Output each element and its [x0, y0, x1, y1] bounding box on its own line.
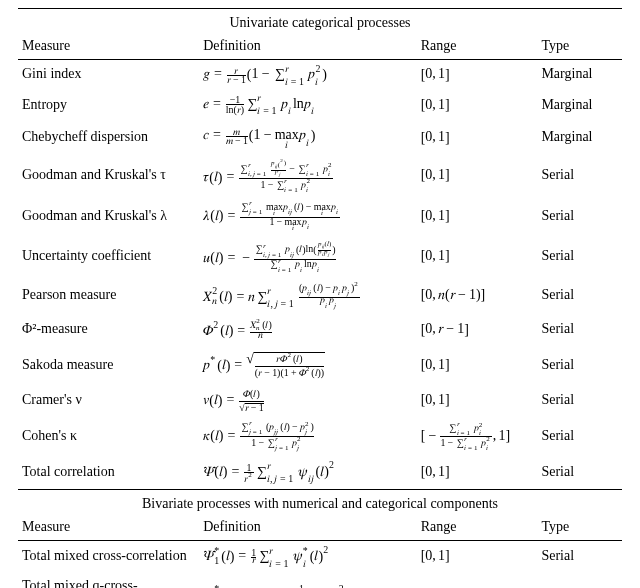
col-type: Type: [537, 516, 622, 541]
measure-type: Serial: [537, 572, 622, 588]
measure-name: Total mixed q-cross-correlation: [18, 572, 199, 588]
measure-def: κ(l)= ∑j=1r(pjj(l)−pj2) 1−∑j=1rpj2: [199, 417, 416, 457]
measure-type: Serial: [537, 540, 622, 571]
measure-range: [0,1]: [417, 197, 538, 236]
measure-range: [0,1]: [417, 384, 538, 416]
table-row: Entropy e=−1ln(r)∑i=1rpiln⁡pi [0,1] Marg…: [18, 90, 622, 122]
measure-range: [0,1]: [417, 154, 538, 197]
measure-name: Cramer's ν: [18, 384, 199, 416]
measure-name: Uncertainty coefficient: [18, 236, 199, 277]
measure-def: v(l)=Φ(l)r−1: [199, 384, 416, 416]
measure-type: Serial: [537, 346, 622, 384]
measure-def: Χn2(l)=n∑i,j=1r(pij(l)−pipj)2pipj: [199, 277, 416, 314]
measure-range: [0,1]: [417, 572, 538, 588]
measure-name: Chebycheff dispersion: [18, 121, 199, 154]
measure-def: Ψ2*(l)=1r∑i=1r∫01ψiρ(l)2dρ: [199, 572, 416, 588]
measure-def: Ψ(l)=1r2∑i,j=1rψij(l)2: [199, 456, 416, 489]
measure-type: Marginal: [537, 90, 622, 122]
col-type: Type: [537, 35, 622, 60]
table-row: Gini index g=rr−1(1−∑i=1rpi2) [0,1] Marg…: [18, 60, 622, 90]
measures-table: Univariate categorical processes Measure…: [18, 8, 622, 588]
measure-name: Gini index: [18, 60, 199, 90]
col-range: Range: [417, 516, 538, 541]
col-definition: Definition: [199, 516, 416, 541]
measure-name: Goodman and Kruskal's τ: [18, 154, 199, 197]
section-bivariate: Bivariate processes with numerical and c…: [18, 489, 622, 516]
measure-range: [0,1]: [417, 121, 538, 154]
measure-def: Ψ1*(l)=1r∑i=1rψi*(l)2: [199, 540, 416, 571]
measure-def: u(l)=− ∑i,j=1rpij(l)ln(pij(l)pipj) ∑i=1r…: [199, 236, 416, 277]
measure-def: Φ2(l)=Χn2(l)n: [199, 314, 416, 346]
measure-name: Sakoda measure: [18, 346, 199, 384]
measure-def: p*(l)=rΦ2(l)(r−1)(1+Φ2(l)): [199, 346, 416, 384]
table-row: Chebycheff dispersion c=mm−1(1−maxipi) […: [18, 121, 622, 154]
measure-name: Total mixed cross-correlation: [18, 540, 199, 571]
measure-def: e=−1ln(r)∑i=1rpiln⁡pi: [199, 90, 416, 122]
table-row: Total mixed q-cross-correlation Ψ2*(l)=1…: [18, 572, 622, 588]
col-range: Range: [417, 35, 538, 60]
measure-type: Serial: [537, 236, 622, 277]
section-univariate: Univariate categorical processes: [18, 9, 622, 36]
measure-name: Φ²-measure: [18, 314, 199, 346]
measure-range: [0,1]: [417, 346, 538, 384]
table-row: Total correlation Ψ(l)=1r2∑i,j=1rψij(l)2…: [18, 456, 622, 489]
table-row: Goodman and Kruskal's λ λ(l)= ∑j=1rmaxip…: [18, 197, 622, 236]
measure-def: c=mm−1(1−maxipi): [199, 121, 416, 154]
table-row: Φ²-measure Φ2(l)=Χn2(l)n [0,r−1] Serial: [18, 314, 622, 346]
table-row: Goodman and Kruskal's τ τ(l)= ∑i,j=1rpij…: [18, 154, 622, 197]
measure-range: [−∑i=1rpi21−∑i=1rpi2,1]: [417, 417, 538, 457]
measure-def: g=rr−1(1−∑i=1rpi2): [199, 60, 416, 90]
table-row: Uncertainty coefficient u(l)=− ∑i,j=1rpi…: [18, 236, 622, 277]
measure-type: Serial: [537, 456, 622, 489]
measure-range: [0,1]: [417, 540, 538, 571]
measure-type: Serial: [537, 384, 622, 416]
col-definition: Definition: [199, 35, 416, 60]
measure-name: Cohen's κ: [18, 417, 199, 457]
measure-name: Total correlation: [18, 456, 199, 489]
table-row: Cramer's ν v(l)=Φ(l)r−1 [0,1] Serial: [18, 384, 622, 416]
measure-type: Serial: [537, 277, 622, 314]
table-row: Sakoda measure p*(l)=rΦ2(l)(r−1)(1+Φ2(l)…: [18, 346, 622, 384]
col-measure: Measure: [18, 516, 199, 541]
measure-range: [0,1]: [417, 60, 538, 90]
measure-range: [0,1]: [417, 236, 538, 277]
measure-range: [0,n(r−1)]: [417, 277, 538, 314]
table-row: Cohen's κ κ(l)= ∑j=1r(pjj(l)−pj2) 1−∑j=1…: [18, 417, 622, 457]
col-measure: Measure: [18, 35, 199, 60]
measure-def: τ(l)= ∑i,j=1rpij(2)pj−∑i=1rpi2 1−∑i=1rpi…: [199, 154, 416, 197]
measure-def: λ(l)= ∑j=1rmaxipij(l)−maxipi 1−maxipi: [199, 197, 416, 236]
table-row: Pearson measure Χn2(l)=n∑i,j=1r(pij(l)−p…: [18, 277, 622, 314]
table-row: Total mixed cross-correlation Ψ1*(l)=1r∑…: [18, 540, 622, 571]
measure-range: [0,1]: [417, 90, 538, 122]
measure-name: Pearson measure: [18, 277, 199, 314]
measure-type: Marginal: [537, 121, 622, 154]
measure-type: Serial: [537, 154, 622, 197]
measure-range: [0,r−1]: [417, 314, 538, 346]
measure-range: [0,1]: [417, 456, 538, 489]
measure-type: Marginal: [537, 60, 622, 90]
measure-name: Goodman and Kruskal's λ: [18, 197, 199, 236]
measure-type: Serial: [537, 314, 622, 346]
measure-name: Entropy: [18, 90, 199, 122]
measure-type: Serial: [537, 197, 622, 236]
measure-type: Serial: [537, 417, 622, 457]
